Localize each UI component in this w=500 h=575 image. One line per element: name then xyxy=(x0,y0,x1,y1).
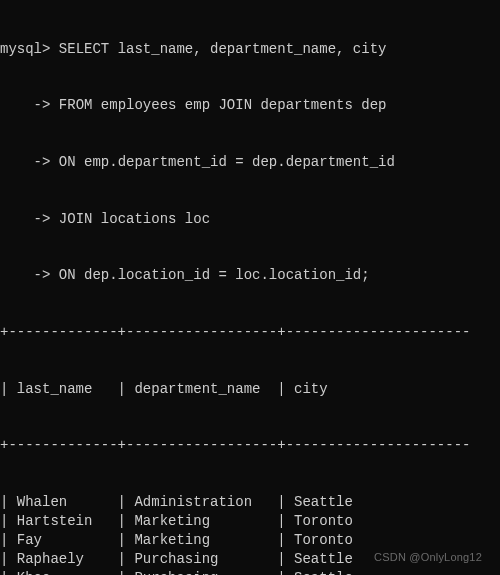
continuation-prompt: -> xyxy=(0,154,50,170)
continuation-prompt: -> xyxy=(0,97,50,113)
query-line-3: -> ON emp.department_id = dep.department… xyxy=(0,153,500,172)
table-row: | Fay | Marketing | Toronto xyxy=(0,531,500,550)
terminal-output[interactable]: mysql> SELECT last_name, department_name… xyxy=(0,0,500,575)
watermark-text: CSDN @OnlyLong12 xyxy=(374,550,482,565)
table-separator-top: +-------------+------------------+------… xyxy=(0,323,500,342)
mysql-prompt: mysql> xyxy=(0,41,50,57)
query-line-5: -> ON dep.location_id = loc.location_id; xyxy=(0,266,500,285)
table-row: | Whalen | Administration | Seattle xyxy=(0,493,500,512)
query-line-1: mysql> SELECT last_name, department_name… xyxy=(0,40,500,59)
continuation-prompt: -> xyxy=(0,267,50,283)
table-row: | Khoo | Purchasing | Seattle xyxy=(0,569,500,575)
table-row: | Hartstein | Marketing | Toronto xyxy=(0,512,500,531)
query-line-4: -> JOIN locations loc xyxy=(0,210,500,229)
table-separator-mid: +-------------+------------------+------… xyxy=(0,436,500,455)
query-line-2: -> FROM employees emp JOIN departments d… xyxy=(0,96,500,115)
table-header-row: | last_name | department_name | city xyxy=(0,380,500,399)
continuation-prompt: -> xyxy=(0,211,50,227)
